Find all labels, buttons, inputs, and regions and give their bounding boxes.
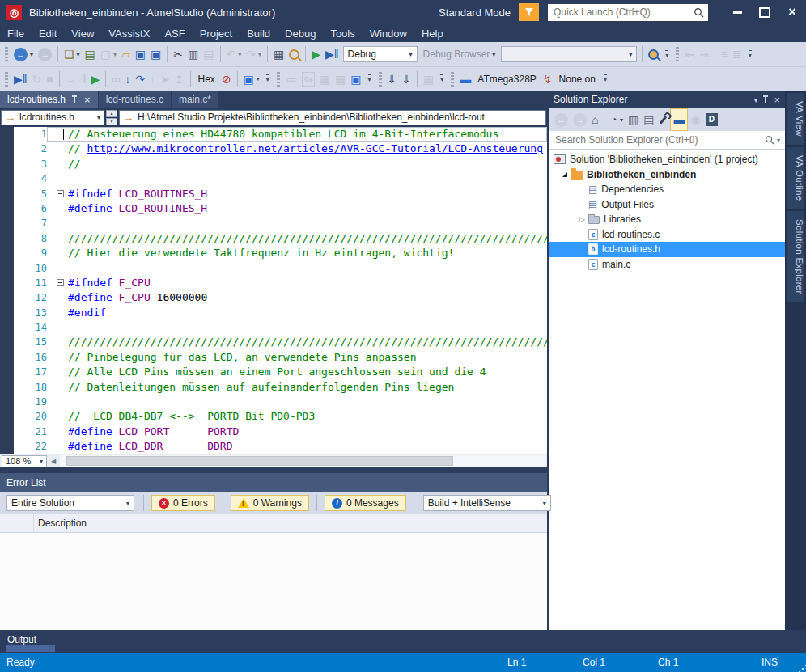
fold-margin[interactable] (54, 335, 68, 349)
fold-margin[interactable] (54, 380, 68, 395)
menu-project[interactable]: Project (193, 26, 240, 41)
sync-with-active-document-icon[interactable]: ▥ (626, 109, 641, 130)
step-over-icon[interactable]: ↷ (133, 69, 147, 90)
device-configuration-icon[interactable]: ▣▾ (241, 69, 262, 90)
va-sort-icon[interactable]: ◉ (688, 109, 702, 130)
code-line-19[interactable]: 19 (0, 395, 547, 409)
restart-icon[interactable]: ↻ (30, 69, 45, 90)
code-line-20[interactable]: 20// LCD DB4-DB7 <--> PORTD Bit PD0-PD3 (0, 409, 547, 424)
scrollbar-thumb[interactable] (66, 456, 453, 466)
home-icon[interactable]: ⌂ (589, 109, 600, 130)
solution-explorer-toggle-icon[interactable]: ▦ (271, 44, 286, 65)
fold-margin[interactable] (54, 425, 68, 439)
breakpoint-margin[interactable] (0, 409, 14, 424)
start-debugging-icon[interactable]: ▶ (309, 44, 323, 65)
menu-view[interactable]: View (64, 26, 101, 41)
editor-zoom-select[interactable]: 108 % ▾ (2, 455, 47, 467)
breakpoint-margin[interactable] (0, 276, 14, 290)
code-line-8[interactable]: 8///////////////////////////////////////… (0, 231, 547, 246)
notifications-filter-button[interactable] (519, 3, 539, 21)
code-line-3[interactable]: 3// (0, 157, 547, 171)
tree-item-solution-bibliotheken-einbinden-1-project-[interactable]: Solution 'Bibliotheken_einbinden' (1 pro… (549, 152, 785, 167)
breakpoint-margin[interactable] (0, 306, 14, 320)
back-icon[interactable]: ← (552, 109, 571, 130)
code-line-12[interactable]: 12#define F_CPU 16000000 (0, 290, 547, 305)
fold-margin[interactable] (54, 187, 68, 201)
tab-lcd-routines.c[interactable]: lcd-routines.c (99, 91, 171, 108)
cut-icon[interactable]: ✂ (171, 44, 185, 65)
toolbar-grip[interactable] (379, 72, 382, 87)
horizontal-scrollbar[interactable] (60, 455, 546, 467)
toolbar-overflow-button[interactable]: ▾ (604, 74, 607, 83)
spin-down-icon[interactable]: ▼ (106, 118, 117, 125)
code-editor[interactable]: 1// Ansteuerung eines HD44780 kompatible… (0, 127, 547, 454)
messages-filter-button[interactable]: i 0 Messages (325, 495, 406, 511)
increase-indent-icon[interactable]: ⇥ (697, 44, 711, 65)
file-path-dropdown[interactable]: → H:\Atmel Studio Projekte\Bibliotheken_… (119, 110, 546, 125)
code-line-21[interactable]: 21#define LCD_PORT PORTD (0, 425, 547, 439)
save-all-icon[interactable]: ▣ (148, 44, 163, 65)
breakpoint-margin[interactable] (0, 201, 14, 216)
debug-browser-url-combo[interactable]: ▾ (501, 46, 637, 62)
toolbar-overflow-button[interactable]: ▾ (749, 50, 752, 59)
quick-launch-input[interactable] (552, 6, 694, 19)
close-icon[interactable]: × (84, 95, 91, 105)
resize-grip[interactable] (802, 668, 804, 670)
code-line-17[interactable]: 17// Alle LCD Pins müssen an einem Port … (0, 365, 547, 379)
tree-item-lcd-routines.h[interactable]: hlcd-routines.h (549, 242, 785, 257)
tree-item-bibliotheken-einbinden[interactable]: Bibliotheken_einbinden (549, 167, 785, 183)
fold-margin[interactable] (54, 246, 68, 260)
expanded-arrow-icon[interactable] (562, 172, 567, 177)
hex-display-toggle[interactable]: Hex (194, 74, 219, 85)
breakpoint-margin[interactable] (0, 127, 14, 142)
breakpoint-margin[interactable] (0, 261, 14, 276)
breakpoint-margin[interactable] (0, 231, 14, 246)
breakpoint-margin[interactable] (0, 216, 14, 230)
add-new-item-icon[interactable]: ▤ (83, 44, 98, 65)
error-list-titlebar[interactable]: Error List (0, 473, 547, 492)
tree-item-lcd-routines.c[interactable]: clcd-routines.c (549, 227, 785, 243)
continue-icon[interactable]: ▶‖ (323, 44, 341, 65)
device-chip-icon[interactable]: ▬ (457, 69, 473, 90)
solution-search-box[interactable]: ▾ (549, 131, 785, 150)
code-line-18[interactable]: 18// Datenleitungen müssen auf aufeinand… (0, 380, 547, 395)
close-button[interactable]: × (778, 0, 806, 24)
breakpoint-margin[interactable] (0, 350, 14, 365)
pending-changes-filter-icon[interactable]: ◔▾ (608, 109, 625, 130)
toolbar-overflow-button[interactable]: ▾ (368, 74, 371, 83)
navigate-forward-icon[interactable]: → (36, 44, 54, 65)
redo-icon[interactable]: ↷▾ (244, 44, 264, 65)
uncomment-lines-icon[interactable]: ≣ (730, 44, 744, 65)
maximize-button[interactable] (751, 0, 778, 24)
fold-margin[interactable] (54, 306, 68, 320)
fold-margin[interactable] (54, 142, 68, 156)
breakpoint-margin[interactable] (0, 142, 14, 156)
disassembly-icon[interactable]: ≔ (283, 69, 299, 90)
toolbar-grip[interactable] (5, 72, 8, 87)
error-list-body[interactable] (0, 533, 547, 630)
fold-margin[interactable] (54, 216, 68, 230)
code-line-4[interactable]: 4 (0, 171, 547, 186)
menu-file[interactable]: File (0, 26, 32, 41)
continue-icon[interactable]: ▶‖ (11, 69, 30, 90)
fold-margin[interactable] (54, 201, 68, 216)
symbol-spinner[interactable]: ▲ ▼ (106, 110, 117, 125)
step-out-icon[interactable]: ↑ (147, 69, 158, 90)
memory-view-icon[interactable]: ▦ (317, 69, 333, 90)
add-existing-item-icon[interactable]: ▢▾ (98, 44, 119, 65)
code-line-9[interactable]: 9// Hier die verwendete Taktfrequenz in … (0, 246, 547, 260)
breakpoint-margin[interactable] (0, 320, 14, 335)
fold-margin[interactable] (54, 395, 68, 409)
solution-configurations-combo[interactable]: Debug▾ (343, 46, 418, 62)
side-tab-va-outline[interactable]: VA Outline (787, 147, 804, 209)
code-line-15[interactable]: 15//////////////////////////////////////… (0, 335, 547, 349)
fold-margin[interactable] (54, 276, 68, 290)
fold-margin[interactable] (54, 171, 68, 186)
toolbar-grip[interactable] (676, 47, 679, 61)
fold-margin[interactable] (54, 127, 68, 142)
minimize-button[interactable] (723, 0, 751, 24)
collapsed-arrow-icon[interactable]: ▷ (579, 215, 585, 223)
selected-device-label[interactable]: ATmega328P (473, 74, 541, 85)
scope-select[interactable]: Entire Solution ▾ (6, 495, 134, 511)
breakpoint-margin[interactable] (0, 365, 14, 379)
